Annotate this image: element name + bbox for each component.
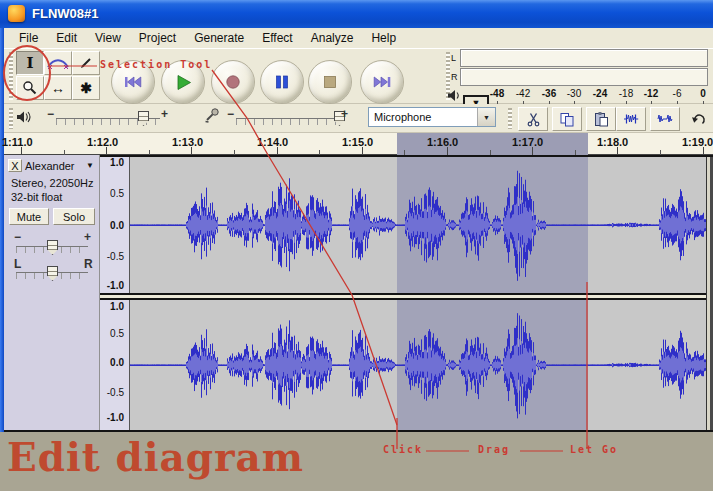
input-volume-plus: +	[341, 108, 348, 120]
pause-icon	[274, 74, 290, 90]
track-menu-chevron-icon[interactable]: ▼	[86, 161, 94, 170]
edit-toolbar-grip[interactable]	[508, 108, 512, 129]
menu-help[interactable]: Help	[362, 29, 405, 47]
stop-button[interactable]	[308, 60, 352, 104]
menu-bar: File Edit View Project Generate Effect A…	[4, 28, 713, 48]
meter-scale-tick: -12	[638, 88, 664, 99]
output-meter-right-bar[interactable]	[460, 68, 708, 86]
undo-icon	[690, 112, 706, 127]
ruler-value: 0.5	[100, 189, 124, 199]
speaker-icon	[16, 110, 32, 125]
record-icon	[225, 74, 241, 90]
meter-scale-tick: -6	[664, 88, 690, 99]
time-shift-tool-button[interactable]: ↔	[44, 76, 72, 100]
menu-edit[interactable]: Edit	[47, 29, 86, 47]
trim-outside-selection-button[interactable]	[616, 107, 646, 131]
magnifier-icon	[22, 80, 38, 96]
envelope-tool-button[interactable]	[44, 51, 72, 75]
ruler-value: 0.5	[100, 329, 124, 339]
scissors-icon	[526, 112, 541, 127]
meter-scale-tick: -42	[510, 88, 536, 99]
solo-button[interactable]: Solo	[53, 208, 95, 225]
ruler-value: 0.0	[100, 358, 124, 368]
record-button[interactable]	[211, 60, 255, 104]
menu-project[interactable]: Project	[130, 29, 185, 47]
menu-analyze[interactable]: Analyze	[302, 29, 363, 47]
ruler-value: 1.0	[100, 302, 124, 312]
ibeam-icon: I	[26, 56, 33, 71]
edit-diagram-caption: Edit diagram	[7, 438, 304, 477]
letgo-annotation: Let Go	[570, 444, 618, 455]
selection-tool-annotation: Selection Tool	[100, 59, 212, 70]
input-volume-slider[interactable]	[236, 118, 340, 125]
track-control-panel: X Alexander ▼ Stereo, 22050Hz 32-bit flo…	[4, 155, 100, 430]
microphone-icon	[203, 107, 220, 124]
title-bar[interactable]: FLNW08#1	[0, 0, 713, 28]
track-bitdepth-label: 32-bit float	[11, 191, 62, 203]
mixer-toolbar-grip[interactable]	[9, 108, 13, 129]
ruler-value: 0.0	[100, 221, 124, 231]
track-title: Alexander	[25, 160, 75, 172]
track-close-button[interactable]: X	[8, 159, 22, 172]
input-source-value: Microphone	[369, 111, 477, 123]
ruler-value: -0.5	[100, 252, 124, 262]
waveform-channel-1[interactable]	[130, 157, 706, 293]
meter-scale-tick: -36	[536, 88, 562, 99]
audacity-app-icon	[8, 5, 25, 22]
meter-scale-tick: -18	[613, 88, 639, 99]
undo-button[interactable]	[684, 107, 712, 131]
double-arrow-icon: ↔	[51, 81, 65, 95]
waveform-channel-2[interactable]	[130, 300, 706, 430]
toolbar-grip[interactable]	[9, 52, 13, 100]
meter-scale-tick: 0	[690, 88, 713, 99]
vertical-ruler-channel-2[interactable]: 1.0 0.5 0.0 -0.5 -1.0	[100, 300, 130, 430]
chevron-down-icon: ▼	[483, 114, 490, 121]
clipboard-icon	[593, 111, 609, 127]
selection-tool-button[interactable]: I	[16, 51, 44, 75]
channel-divider	[100, 293, 706, 300]
meter-right-label: R	[451, 73, 458, 82]
paste-button[interactable]	[586, 107, 616, 131]
click-annotation: Click	[383, 444, 423, 455]
multi-tool-button[interactable]: ✱	[72, 76, 100, 100]
zoom-tool-button[interactable]	[16, 76, 44, 100]
output-meter-left-bar[interactable]	[460, 49, 708, 67]
menu-file[interactable]: File	[10, 29, 47, 47]
pause-button[interactable]	[260, 60, 304, 104]
gain-minus-label: −	[14, 231, 21, 243]
ruler-value: -0.5	[100, 388, 124, 398]
skip-to-end-icon	[373, 75, 391, 89]
cut-button[interactable]	[518, 107, 548, 131]
pan-left-label: L	[14, 258, 21, 270]
skip-to-end-button[interactable]	[360, 60, 404, 104]
combo-dropdown-button[interactable]: ▼	[477, 108, 495, 126]
draw-tool-button[interactable]	[72, 51, 100, 75]
menu-effect[interactable]: Effect	[253, 29, 301, 47]
copy-button[interactable]	[552, 107, 582, 131]
mute-button[interactable]: Mute	[9, 208, 49, 225]
silence-selection-button[interactable]	[650, 107, 680, 131]
track-format-label: Stereo, 22050Hz	[11, 177, 94, 189]
input-volume-minus: −	[227, 108, 234, 120]
ruler-major-ticks	[4, 147, 713, 155]
menu-generate[interactable]: Generate	[185, 29, 253, 47]
drag-annotation: Drag	[478, 444, 510, 455]
input-source-combobox[interactable]: Microphone ▼	[368, 107, 496, 127]
vertical-ruler-channel-1[interactable]: 1.0 0.5 0.0 -0.5 -1.0	[100, 157, 130, 293]
meter-scale-tick: -30	[561, 88, 587, 99]
play-icon	[175, 74, 192, 91]
asterisk-icon: ✱	[80, 81, 92, 95]
audacity-window: FLNW08#1 File Edit View Project Generate…	[0, 0, 713, 491]
menu-view[interactable]: View	[86, 29, 130, 47]
meter-scale-tick: -24	[587, 88, 613, 99]
ruler-value: 1.0	[100, 158, 124, 168]
meter-speaker-icon	[447, 89, 463, 103]
window-title: FLNW08#1	[32, 6, 98, 21]
envelope-icon	[47, 56, 69, 70]
output-volume-plus: +	[161, 108, 168, 120]
ruler-value: -1.0	[100, 281, 124, 291]
meter-scale-tick: -48	[484, 88, 510, 99]
silence-icon	[657, 111, 673, 127]
pan-right-label: R	[84, 258, 93, 270]
rewind-icon	[124, 75, 142, 89]
